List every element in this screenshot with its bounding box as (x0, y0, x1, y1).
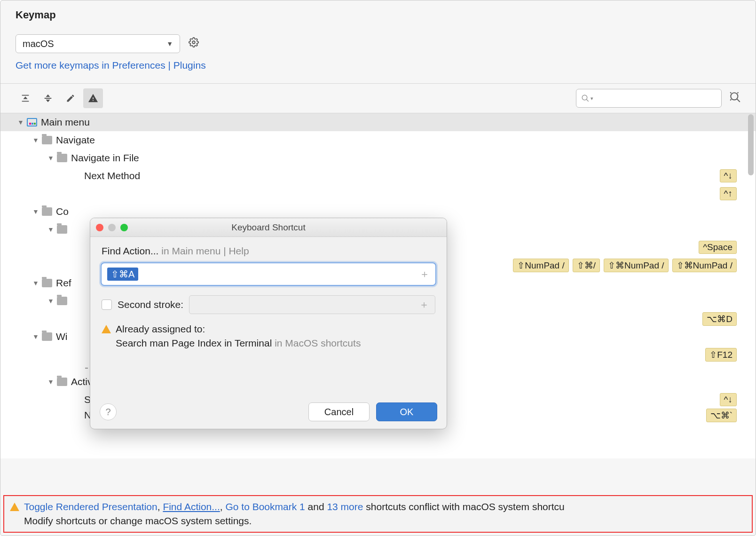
shortcut-badge: ^Space (699, 241, 737, 254)
shortcut-badge: ⇧F12 (705, 348, 737, 362)
dialog-title: Keyboard Shortcut (90, 222, 447, 233)
dialog-action-line: Find Action... in Main menu | Help (102, 245, 435, 257)
conflict-warning: Already assigned to: (102, 323, 435, 335)
shortcut-badge: ^↓ (720, 393, 737, 406)
conflict-more-link[interactable]: 13 more (327, 501, 363, 512)
shortcut-badges: ⇧F12 (705, 348, 737, 362)
dialog-titlebar[interactable]: Keyboard Shortcut (90, 218, 447, 237)
tree-action-row[interactable]: Next Method^↓ (0, 167, 756, 185)
disclosure-icon[interactable]: ▼ (32, 279, 40, 287)
shortcut-badge: ⌥⌘` (706, 409, 737, 422)
folder-icon (42, 136, 52, 144)
disclosure-icon[interactable]: ▼ (47, 226, 55, 233)
menu-icon (27, 118, 37, 126)
keymap-dropdown[interactable]: macOS ▼ (16, 34, 180, 53)
assigned-action: Search man Page Index in Terminal (116, 338, 272, 348)
warning-icon (102, 325, 111, 333)
already-assigned-label: Already assigned to: (116, 323, 205, 335)
chevron-down-icon: ▾ (591, 95, 593, 102)
cancel-button[interactable]: Cancel (308, 402, 370, 421)
expand-all-icon[interactable] (16, 88, 35, 108)
folder-icon (57, 225, 67, 234)
shortcut-badges: ⇧NumPad /⇧⌘/⇧⌘NumPad /⇧⌘NumPad / (513, 259, 737, 272)
show-conflicts-icon[interactable] (83, 88, 103, 108)
svg-point-3 (731, 93, 738, 100)
tree-label: Wi (56, 331, 68, 342)
shortcut-badges: ⌥⌘` (706, 409, 737, 422)
chevron-down-icon: ▼ (166, 40, 173, 47)
action-path: in Main menu | Help (161, 245, 249, 256)
folder-icon (42, 332, 52, 341)
scrollbar-thumb[interactable] (748, 114, 754, 175)
shortcut-badge: ⇧⌘NumPad / (672, 259, 737, 272)
svg-point-0 (192, 41, 195, 44)
shortcut-badge: ⇧NumPad / (513, 259, 568, 272)
edit-icon[interactable] (61, 88, 80, 108)
shortcut-badge: ⇧⌘/ (573, 259, 600, 272)
disclosure-icon[interactable]: ▼ (47, 154, 55, 162)
tree-folder-row[interactable]: ▼Navigate (0, 131, 756, 149)
conflict-link[interactable]: Go to Bookmark 1 (225, 501, 305, 512)
gear-icon[interactable] (189, 37, 199, 50)
tree-row-main-menu[interactable]: ▼ Main menu (0, 113, 756, 131)
banner-line-2: Modify shortcuts or change macOS system … (24, 514, 565, 528)
disclosure-icon[interactable]: ▼ (32, 136, 40, 144)
warning-icon (10, 503, 19, 511)
keymap-dropdown-value: macOS (23, 39, 54, 49)
plus-icon[interactable]: ＋ (419, 267, 430, 281)
folder-icon (42, 279, 52, 287)
disclosure-icon[interactable]: ▼ (16, 118, 25, 126)
shortcut-badge: ⌥⌘D (702, 312, 737, 326)
second-stroke-checkbox[interactable] (102, 300, 112, 310)
shortcut-badge: ^↑ (720, 187, 737, 200)
conflict-link[interactable]: Find Action... (163, 501, 220, 512)
shortcut-badges: ⌥⌘D (702, 312, 737, 326)
tree-label: Main menu (41, 117, 90, 128)
tree-toolbar: ▾ (0, 84, 756, 113)
header: Keymap macOS ▼ Get more keymaps in Prefe… (0, 0, 756, 75)
conflict-banner: Toggle Rendered Presentation, Find Actio… (3, 495, 753, 533)
folder-icon (57, 378, 67, 386)
disclosure-icon[interactable]: ▼ (47, 297, 55, 305)
ok-button[interactable]: OK (376, 402, 437, 421)
keymap-selector-row: macOS ▼ (16, 34, 741, 53)
shortcut-badges: ^↓ (720, 169, 737, 182)
tree-label: Co (56, 206, 69, 217)
shortcut-badges: ^↓ (720, 393, 737, 406)
help-button[interactable]: ? (100, 403, 117, 420)
tree-label: Ref (56, 277, 71, 289)
first-stroke-input[interactable]: ⇧⌘A ＋ (102, 263, 435, 285)
page-title: Keymap (16, 9, 741, 21)
folder-icon (57, 297, 67, 305)
get-more-keymaps-link[interactable]: Get more keymaps in Preferences | Plugin… (16, 60, 741, 71)
tree-label: Next Method (84, 170, 140, 181)
tree-action-row[interactable]: ^↑ (0, 185, 756, 203)
second-stroke-input: ＋ (189, 295, 435, 314)
tree-label: Navigate in File (71, 152, 139, 164)
folder-icon (42, 207, 52, 216)
disclosure-icon[interactable]: ▼ (32, 333, 40, 340)
shortcut-badges: ^↑ (720, 187, 737, 200)
keymap-preferences-pane: Keymap macOS ▼ Get more keymaps in Prefe… (0, 0, 756, 536)
shortcut-badge: ^↓ (720, 169, 737, 182)
find-by-shortcut-icon[interactable] (729, 91, 741, 105)
svg-line-4 (737, 99, 740, 102)
second-stroke-label: Second stroke: (118, 299, 183, 310)
shortcut-badges: ^Space (699, 241, 737, 254)
svg-point-1 (582, 95, 587, 100)
keyboard-shortcut-dialog: Keyboard Shortcut Find Action... in Main… (90, 218, 447, 429)
tree-label: Navigate (56, 134, 95, 146)
svg-line-2 (586, 99, 589, 102)
tree-folder-row[interactable]: ▼Navigate in File (0, 149, 756, 167)
banner-line-1: Toggle Rendered Presentation, Find Actio… (24, 500, 565, 514)
conflict-link[interactable]: Toggle Rendered Presentation (24, 501, 158, 512)
search-input[interactable]: ▾ (576, 89, 722, 108)
assigned-context: in MacOS shortcuts (275, 338, 361, 348)
folder-icon (57, 154, 67, 162)
plus-icon: ＋ (419, 298, 429, 312)
collapse-all-icon[interactable] (38, 88, 58, 108)
disclosure-icon[interactable]: ▼ (47, 378, 55, 386)
disclosure-icon[interactable]: ▼ (32, 208, 40, 215)
first-stroke-value: ⇧⌘A (107, 268, 138, 281)
conflict-detail: Search man Page Index in Terminal in Mac… (116, 338, 435, 349)
